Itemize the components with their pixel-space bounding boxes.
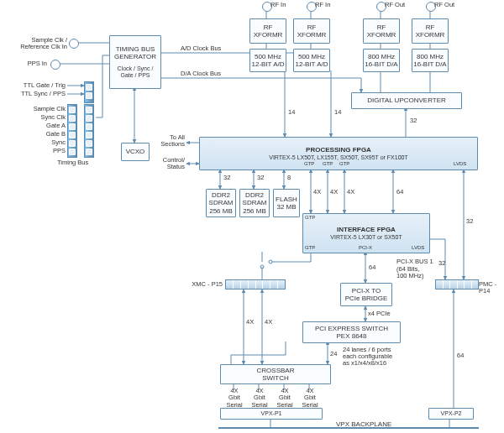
pfpga-l1: PROCESSING FPGA	[306, 146, 371, 154]
rf-out-1-label: RF Out	[385, 2, 405, 8]
da-clock-bus-label: D/A Clock Bus	[181, 70, 221, 77]
svg-point-37	[269, 260, 272, 263]
pfpga-gtp1: GTP	[304, 161, 314, 167]
sig-sync-label: Sync Clk	[0, 114, 66, 121]
pcie-switch: PCI EXPRESS SWITCH PEX 8648	[302, 321, 401, 343]
pmc-p14-connector	[435, 279, 479, 290]
adc1-l2: 12-BIT A/D	[252, 60, 285, 68]
crossbar-l1: CROSSBAR	[257, 367, 295, 374]
ddr2a-l3: 256 MB	[209, 207, 233, 215]
ddr2b-l2: SDRAM	[243, 199, 267, 206]
w24: 24	[330, 351, 337, 357]
sample-clk-port	[69, 39, 79, 49]
ddr2-2: DDR2 SDRAM 256 MB	[239, 189, 270, 217]
rf-xformr-1: RF XFORMR	[249, 18, 286, 44]
pmc-p14-label: PMC - P14	[479, 281, 504, 295]
w64-pmc: 64	[457, 352, 464, 359]
w32-ddr2: 32	[257, 175, 264, 181]
w32-duc: 32	[410, 117, 417, 124]
vcxo: VCXO	[121, 143, 150, 161]
rf-in-1-label: RF In	[270, 2, 286, 8]
w32-pmc: 32	[466, 218, 473, 225]
w4x-a: 4X	[313, 189, 321, 196]
processing-fpga: PROCESSING FPGA VIRTEX-5 LX50T, LX155T, …	[199, 137, 478, 170]
dac1-l2: 16-BIT D/A	[365, 60, 397, 68]
adc-1: 500 MHz 12-BIT A/D	[249, 49, 286, 72]
lanes-l3: as x1/x4/x8/x16	[343, 360, 386, 367]
x4pcie-label: x4 PCIe	[368, 310, 391, 317]
duc-text: DIGITAL UPCONVERTER	[367, 97, 446, 104]
w14a: 14	[288, 109, 295, 116]
rf-xformr-2: RF XFORMR	[293, 18, 330, 44]
adc2-l2: 12-BIT A/D	[296, 60, 328, 68]
pcix-bus-l1: PCI-X BUS 1	[396, 258, 433, 265]
ddr2b-l3: 256 MB	[243, 207, 266, 215]
w4x-c: 4X	[347, 189, 354, 196]
ifpga-pcix: PCI-X	[359, 245, 372, 251]
xmc-p15-label: XMC - P15	[189, 281, 223, 288]
timing-bus-ttl	[84, 81, 94, 103]
sig-sample-label: Sample Clk	[0, 106, 66, 112]
vpx-backplane-label: VPX BACKPLANE	[336, 421, 391, 429]
timing-bus-caption: Timing Bus	[57, 159, 88, 166]
ttl-sync-label: TTL Sync / PPS	[0, 91, 66, 97]
ddr2a-l2: SDRAM	[209, 199, 234, 206]
bridge-l1: PCI-X TO	[352, 287, 381, 295]
adc2-l1: 500 MHz	[298, 53, 325, 60]
gbit2: 4X Gbit Serial	[250, 388, 269, 409]
pfpga-l2: VIRTEX-5 LX50T, LX155T, SX50T, SX95T or …	[269, 154, 408, 161]
flash-l1: FLASH	[276, 196, 297, 203]
vpx-p1: VPX-P1	[220, 408, 323, 420]
timing-sub-l2: Gate / PPS	[120, 72, 150, 79]
rf-out-2-label: RF Out	[434, 2, 454, 8]
w8-flash: 8	[287, 175, 291, 181]
timing-sub-l1: Clock / Sync /	[118, 65, 154, 72]
sig-syncb-label: Sync	[0, 139, 66, 146]
dac2-l2: 16-BIT D/A	[413, 60, 446, 68]
ctrlstat-l2: Status	[155, 164, 185, 170]
timing-bus-sig-a	[67, 104, 77, 158]
sample-clk-label: Sample Clk / Reference Clk In	[0, 37, 67, 51]
sig-gateb-label: Gate B	[0, 131, 66, 138]
flash-l2: 32 MB	[276, 203, 296, 211]
pps-in-label: PPS In	[0, 60, 47, 67]
w32-ddr1: 32	[223, 175, 230, 181]
ifpga-gtp-top: GTP	[305, 215, 315, 221]
w4x-xmc2: 4X	[265, 319, 272, 326]
dac2-l1: 800 MHz	[417, 53, 444, 60]
dac1-l1: 800 MHz	[368, 53, 395, 60]
bridge-l2: PCIe BRIDGE	[345, 295, 388, 302]
gbit1: 4X Gbit Serial	[225, 388, 244, 409]
w4x-b: 4X	[330, 189, 338, 196]
adc-2: 500 MHz 12-BIT A/D	[293, 49, 330, 72]
timing-bus-generator-l2: GENERATOR	[114, 53, 156, 60]
pfpga-gtp2: GTP	[323, 161, 333, 167]
pps-in-port	[50, 60, 60, 70]
timing-bus-generator: TIMING BUS GENERATOR Clock / Sync / Gate…	[109, 35, 161, 89]
sig-pps-label: PPS	[0, 148, 66, 154]
w4x-xmc1: 4X	[246, 319, 254, 326]
vpx-p2-text: VPX-P2	[441, 410, 462, 417]
xmc-p15-connector	[225, 279, 286, 290]
toall-l2: Sections	[155, 141, 185, 148]
rf-in-2-label: RF In	[315, 2, 330, 8]
pcie-sw-l2: PEX 8648	[336, 332, 366, 340]
pcix-bus-l3: 100 MHz)	[396, 273, 424, 279]
digital-upconverter: DIGITAL UPCONVERTER	[351, 92, 462, 109]
rf-xformr-4: RF XFORMR	[412, 18, 449, 44]
crossbar-switch: CROSSBAR SWITCH	[220, 364, 331, 384]
sig-gatea-label: Gate A	[0, 123, 66, 129]
ifpga-l2: VIRTEX-5 LX30T or SX50T	[330, 234, 402, 241]
pcix-pcie-bridge: PCI-X TO PCIe BRIDGE	[340, 283, 392, 306]
rf-xformr-3: RF XFORMR	[363, 18, 400, 44]
vcxo-text: VCXO	[126, 148, 145, 155]
pfpga-lvds: LVDS	[454, 161, 466, 167]
w64-a: 64	[396, 189, 403, 196]
ifpga-l1: INTERFACE FPGA	[337, 226, 396, 233]
timing-bus-sig-b	[84, 104, 94, 158]
ttl-trig-label: TTL Gate / Trig	[0, 82, 66, 89]
ad-clock-bus-label: A/D Clock Bus	[181, 45, 221, 52]
ddr2a-l1: DDR2	[212, 191, 230, 199]
pfpga-gtp3: GTP	[339, 161, 349, 167]
ifpga-gtp-bot: GTP	[305, 245, 315, 251]
